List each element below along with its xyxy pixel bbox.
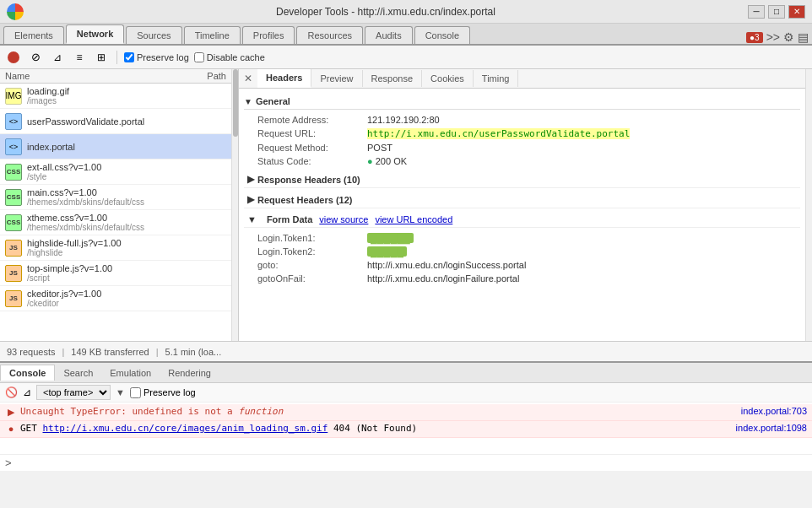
- right-scrollbar[interactable]: [805, 69, 812, 341]
- file-item[interactable]: JS top-simple.js?v=1.00 /script: [0, 261, 231, 286]
- clear-button[interactable]: ⊘: [27, 49, 44, 66]
- error-badge: ●3: [746, 32, 763, 43]
- tab-resources[interactable]: Resources: [296, 26, 363, 44]
- view-url-encoded-link[interactable]: view URL encoded: [375, 214, 452, 224]
- error-icon-1: ▶: [5, 406, 17, 418]
- file-item-selected[interactable]: <> index.portal: [0, 134, 231, 159]
- file-icon-js: JS: [5, 265, 22, 282]
- disable-cache-checkbox[interactable]: [194, 52, 204, 62]
- console-message-2: ● GET http://i.xmu.edu.cn/core/images/an…: [0, 421, 812, 438]
- file-item[interactable]: CSS xtheme.css?v=1.00 /themes/xdmb/skins…: [0, 210, 231, 235]
- form-data-title: Form Data: [267, 214, 312, 224]
- disable-cache-label[interactable]: Disable cache: [194, 52, 265, 62]
- dock-icon[interactable]: ▤: [798, 30, 809, 44]
- file-list-scroll[interactable]: IMG loading.gif /images <> userPasswordV…: [0, 84, 231, 341]
- left-scrollbar[interactable]: [231, 69, 238, 341]
- error-source-2[interactable]: index.portal:1098: [736, 423, 807, 433]
- response-headers-arrow: ▶: [247, 174, 254, 185]
- console-prompt: >: [5, 457, 12, 469]
- status-dot: ●: [367, 156, 373, 166]
- file-list-panel: Name Path IMG loading.gif /images <> use…: [0, 69, 239, 341]
- maximize-button[interactable]: □: [768, 5, 785, 19]
- network-toolbar: ⊘ ⊿ ≡ ⊞ Preserve log Disable cache: [0, 46, 812, 69]
- preserve-log-console-checkbox[interactable]: [130, 387, 141, 398]
- tab-network[interactable]: Network: [66, 24, 124, 44]
- tab-audits[interactable]: Audits: [365, 26, 413, 44]
- file-icon-css: CSS: [5, 189, 22, 206]
- requests-count: 93 requests: [7, 347, 55, 357]
- file-icon-js: JS: [5, 240, 22, 257]
- file-item[interactable]: JS ckeditor.js?v=1.00 /ckeditor: [0, 286, 231, 311]
- console-tab-emulation[interactable]: Emulation: [101, 365, 160, 381]
- transferred-size: 149 KB transferred: [71, 347, 149, 357]
- preserve-log-checkbox[interactable]: [124, 52, 134, 62]
- error-source-1[interactable]: index.portal:703: [741, 406, 807, 416]
- login-token2-value: █████: [367, 246, 407, 257]
- preserve-log-label[interactable]: Preserve log: [124, 52, 189, 62]
- capture-button[interactable]: ⊞: [93, 49, 110, 66]
- file-name: top-simple.js?v=1.00: [27, 263, 112, 273]
- tab-console[interactable]: Console: [414, 26, 470, 44]
- record-button[interactable]: [5, 49, 22, 66]
- console-tabs: Console Search Emulation Rendering: [0, 363, 812, 383]
- file-name: ext-all.css?v=1.00: [27, 162, 101, 172]
- form-row-token2: Login.Token2: █████: [244, 245, 800, 258]
- request-headers-section[interactable]: ▶ Request Headers (12): [244, 192, 800, 208]
- request-url-key: Request URL:: [257, 128, 367, 139]
- response-headers-section[interactable]: ▶ Response Headers (10): [244, 171, 800, 188]
- main-content: Name Path IMG loading.gif /images <> use…: [0, 69, 812, 341]
- minimize-button[interactable]: ─: [748, 5, 765, 19]
- file-name-path: xtheme.css?v=1.00 /themes/xdmb/skins/def…: [27, 213, 144, 232]
- request-url-value[interactable]: http://i.xmu.edu.cn/userPasswordValidate…: [367, 128, 630, 139]
- preserve-log-console-label[interactable]: Preserve log: [130, 387, 196, 398]
- tab-headers[interactable]: Headers: [257, 69, 311, 88]
- file-item[interactable]: <> userPasswordValidate.portal: [0, 109, 231, 134]
- file-path: /script: [27, 273, 112, 283]
- frame-select[interactable]: <top frame>: [36, 385, 111, 400]
- file-name-path: ckeditor.js?v=1.00 /ckeditor: [27, 289, 101, 308]
- tab-timeline[interactable]: Timeline: [184, 26, 241, 44]
- close-detail-button[interactable]: ✕: [239, 70, 257, 87]
- goto-key: goto:: [257, 260, 367, 270]
- file-path: /highslide: [27, 248, 122, 257]
- tab-profiles[interactable]: Profiles: [242, 26, 295, 44]
- general-section-header[interactable]: ▼ General: [244, 94, 800, 110]
- login-token2-key: Login.Token2:: [257, 246, 367, 257]
- file-path: /themes/xdmb/skins/default/css: [27, 197, 144, 207]
- request-method-key: Request Method:: [257, 143, 367, 153]
- status-code-value: ● 200 OK: [367, 156, 407, 166]
- filter-button[interactable]: ⊿: [49, 49, 66, 66]
- scroll-thumb[interactable]: [233, 69, 238, 137]
- console-clear-icon[interactable]: 🚫: [5, 386, 18, 398]
- request-headers-arrow: ▶: [247, 194, 254, 205]
- file-name-path: loading.gif /images: [27, 86, 69, 105]
- file-name: ckeditor.js?v=1.00: [27, 289, 101, 299]
- tab-sources[interactable]: Sources: [126, 26, 181, 44]
- list-button[interactable]: ≡: [71, 49, 88, 66]
- expand-icon[interactable]: >>: [766, 30, 780, 44]
- file-item[interactable]: CSS main.css?v=1.00 /themes/xdmb/skins/d…: [0, 185, 231, 210]
- error-text-2: GET http://i.xmu.edu.cn/core/images/anim…: [20, 423, 736, 434]
- console-tab-rendering[interactable]: Rendering: [160, 365, 219, 381]
- console-tab-search[interactable]: Search: [55, 365, 101, 381]
- error-url[interactable]: http://i.xmu.edu.cn/core/images/anim_loa…: [43, 423, 328, 434]
- settings-icon[interactable]: ⚙: [783, 30, 794, 44]
- file-item[interactable]: JS highslide-full.js?v=1.00 /highslide: [0, 235, 231, 261]
- file-item[interactable]: IMG loading.gif /images: [0, 84, 231, 109]
- tab-cookies[interactable]: Cookies: [422, 70, 474, 87]
- tab-preview[interactable]: Preview: [311, 70, 362, 87]
- console-filter-icon[interactable]: ⊿: [23, 386, 31, 398]
- col-path: Path: [207, 71, 226, 81]
- tab-timing[interactable]: Timing: [474, 70, 519, 87]
- function-keyword: function: [238, 406, 283, 417]
- file-name-path: highslide-full.js?v=1.00 /highslide: [27, 238, 122, 257]
- view-source-link[interactable]: view source: [319, 214, 368, 224]
- console-tab-console[interactable]: Console: [0, 365, 55, 381]
- close-button[interactable]: ✕: [788, 5, 805, 19]
- file-item[interactable]: CSS ext-all.css?v=1.00 /style: [0, 159, 231, 185]
- console-messages: ▶ Uncaught TypeError: undefined is not a…: [0, 403, 812, 454]
- tab-elements[interactable]: Elements: [3, 26, 64, 44]
- tab-response[interactable]: Response: [363, 70, 423, 87]
- file-name: loading.gif: [27, 86, 69, 96]
- console-input[interactable]: [15, 457, 807, 468]
